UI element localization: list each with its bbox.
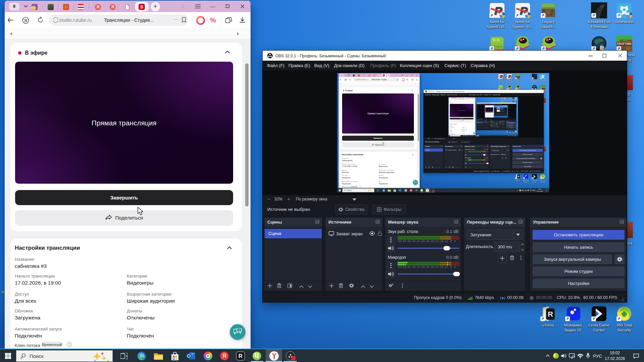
svg-text:R: R	[518, 175, 520, 178]
svg-text:%: %	[471, 99, 472, 100]
svg-text:%: %	[406, 78, 408, 81]
svg-text:Я: Я	[451, 99, 451, 100]
svg-text:?: ?	[238, 329, 240, 332]
svg-text:Я: Я	[24, 18, 27, 22]
svg-text:CRAFTING: CRAFTING	[617, 42, 632, 46]
svg-text:R: R	[507, 131, 508, 132]
svg-text:%: %	[210, 16, 216, 24]
svg-text:R: R	[548, 310, 553, 318]
svg-text:Я: Я	[345, 79, 346, 80]
